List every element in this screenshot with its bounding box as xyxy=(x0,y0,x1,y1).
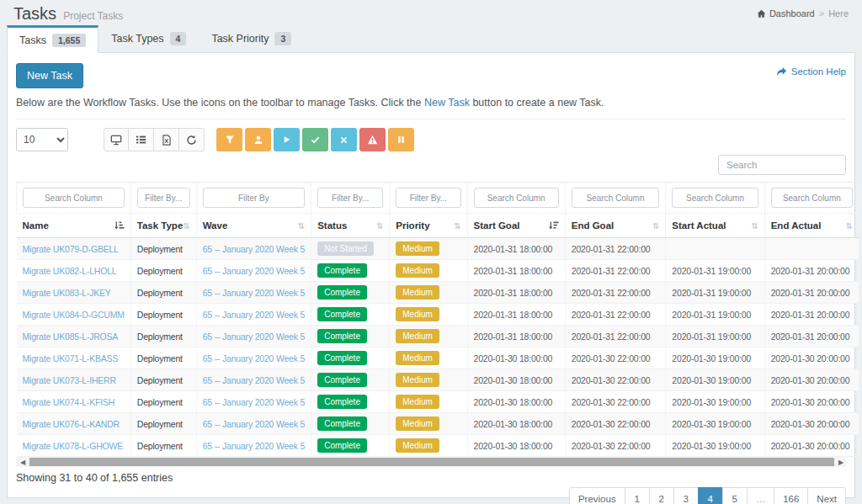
name-link[interactable]: Migrate UK074-L-KFISH xyxy=(23,397,115,407)
wave-link[interactable]: 65 -- January 2020 Week 5 xyxy=(203,375,305,385)
file-excel-button[interactable] xyxy=(154,128,179,151)
pause-action-button[interactable] xyxy=(388,128,414,151)
search-input[interactable] xyxy=(718,155,846,175)
table-row: Migrate UK079-D-GBELLDeployment65 -- Jan… xyxy=(17,238,859,260)
end-actual-cell xyxy=(764,238,859,260)
name-link[interactable]: Migrate UK083-L-JKEY xyxy=(23,288,111,298)
start-goal-cell: 2020-01-31 18:00:00 xyxy=(467,304,565,326)
breadcrumb-dashboard[interactable]: Dashboard xyxy=(757,8,815,19)
column-filter-input-name[interactable] xyxy=(23,188,125,208)
sort-icon: ⇅ xyxy=(751,221,758,231)
tab-count-badge: 1,655 xyxy=(52,34,86,47)
column-filter-input-end_actual[interactable] xyxy=(771,188,853,208)
close-action-button[interactable] xyxy=(331,128,357,151)
wave-link[interactable]: 65 -- January 2020 Week 5 xyxy=(203,332,305,342)
name-cell: Migrate UK082-L-LHOLL xyxy=(17,260,131,282)
column-header-end_actual[interactable]: End Actual⇅ xyxy=(764,214,859,238)
wave-link[interactable]: 65 -- January 2020 Week 5 xyxy=(203,266,305,276)
start-goal-cell: 2020-01-31 18:00:00 xyxy=(467,260,565,282)
section-help-link[interactable]: Section Help xyxy=(776,66,846,77)
column-filter-input-task_type[interactable] xyxy=(137,188,190,208)
scroll-right-icon[interactable]: ▶ xyxy=(836,457,846,467)
refresh-button[interactable] xyxy=(179,128,205,151)
column-filter-input-priority[interactable] xyxy=(396,188,460,208)
column-label: Name xyxy=(23,220,49,231)
pagination-page-1[interactable]: 1 xyxy=(625,487,650,504)
column-header-wave[interactable]: Wave⇅ xyxy=(196,214,311,238)
wave-link[interactable]: 65 -- January 2020 Week 5 xyxy=(203,288,305,298)
wave-cell: 65 -- January 2020 Week 5 xyxy=(196,413,311,435)
column-header-priority[interactable]: Priority⇅ xyxy=(390,214,467,238)
tab-tasks[interactable]: Tasks1,655 xyxy=(7,25,98,53)
column-filter-input-wave[interactable] xyxy=(203,188,305,208)
pagination-page-5[interactable]: 5 xyxy=(722,487,748,504)
column-filter-input-start_actual[interactable] xyxy=(672,188,758,208)
priority-badge: Medium xyxy=(396,329,439,343)
name-link[interactable]: Migrate UK085-L-JROSA xyxy=(23,332,119,342)
start-actual-cell: 2020-01-30 19:00:00 xyxy=(666,391,764,413)
column-header-name[interactable]: Name xyxy=(17,214,131,238)
new-task-button[interactable]: New Task xyxy=(16,63,83,88)
wave-cell: 65 -- January 2020 Week 5 xyxy=(196,435,311,457)
page-size-select[interactable]: 10 xyxy=(16,128,68,151)
wave-link[interactable]: 65 -- January 2020 Week 5 xyxy=(203,419,305,429)
status-badge: Complete xyxy=(317,395,367,409)
column-header-task_type[interactable]: Task Type⇅ xyxy=(130,214,196,238)
name-link[interactable]: Migrate UK084-D-GCUMM xyxy=(23,310,125,320)
new-task-inline-link[interactable]: New Task xyxy=(424,97,470,109)
end-actual-cell: 2020-01-30 20:00:00 xyxy=(764,369,859,391)
column-header-start_goal[interactable]: Start Goal xyxy=(467,214,565,238)
wave-link[interactable]: 65 -- January 2020 Week 5 xyxy=(203,441,305,451)
start-goal-cell: 2020-01-30 18:00:00 xyxy=(467,347,565,369)
tab-task-priority[interactable]: Task Priority3 xyxy=(199,25,304,52)
column-header-status[interactable]: Status⇅ xyxy=(311,214,390,238)
horizontal-scrollbar[interactable]: ◀ ▶ xyxy=(16,457,846,467)
column-filter-input-end_goal[interactable] xyxy=(572,188,660,208)
wave-link[interactable]: 65 -- January 2020 Week 5 xyxy=(203,397,305,407)
wave-link[interactable]: 65 -- January 2020 Week 5 xyxy=(203,353,305,363)
wave-link[interactable]: 65 -- January 2020 Week 5 xyxy=(203,310,305,320)
status-cell: Complete xyxy=(311,326,390,347)
pagination-page-2[interactable]: 2 xyxy=(649,487,674,504)
scrollbar-thumb[interactable] xyxy=(29,458,834,466)
scroll-left-icon[interactable]: ◀ xyxy=(18,457,28,467)
pagination-next[interactable]: Next xyxy=(807,487,846,504)
file-excel-icon xyxy=(162,135,172,146)
user-action-button[interactable] xyxy=(245,128,271,151)
end-actual-cell: 2020-01-30 20:00:00 xyxy=(764,347,859,369)
priority-cell: Medium xyxy=(390,238,467,260)
name-link[interactable]: Migrate UK071-L-KBASS xyxy=(23,353,119,363)
priority-cell: Medium xyxy=(390,413,467,435)
wave-cell: 65 -- January 2020 Week 5 xyxy=(196,347,311,369)
toolbar: 10 xyxy=(16,128,846,151)
name-link[interactable]: Migrate UK079-D-GBELL xyxy=(23,244,119,254)
column-header-start_actual[interactable]: Start Actual⇅ xyxy=(666,214,764,238)
pagination-previous[interactable]: Previous xyxy=(569,487,625,504)
play-action-button[interactable] xyxy=(274,128,300,151)
wave-link[interactable]: 65 -- January 2020 Week 5 xyxy=(203,244,305,254)
sort-icon: ⇅ xyxy=(298,221,305,231)
display-button[interactable] xyxy=(104,128,129,151)
name-link[interactable]: Migrate UK078-L-GHOWE xyxy=(23,441,124,451)
column-filter-input-status[interactable] xyxy=(317,188,383,208)
table-row: Migrate UK083-L-JKEYDeployment65 -- Janu… xyxy=(17,282,859,304)
check-action-button[interactable] xyxy=(302,128,328,151)
warning-action-button[interactable] xyxy=(359,128,386,151)
list-button[interactable] xyxy=(129,128,154,151)
task-type-cell: Deployment xyxy=(130,282,196,304)
status-cell: Complete xyxy=(311,413,390,435)
column-header-end_goal[interactable]: End Goal⇅ xyxy=(565,214,666,238)
pagination-page-4[interactable]: 4 xyxy=(698,487,723,504)
column-label: Start Actual xyxy=(672,220,726,231)
tab-task-types[interactable]: Task Types4 xyxy=(98,25,199,52)
pagination: Previous12345…166Next xyxy=(16,487,846,504)
wave-cell: 65 -- January 2020 Week 5 xyxy=(196,369,311,391)
name-link[interactable]: Migrate UK076-L-KANDR xyxy=(23,419,120,429)
pagination-page-166[interactable]: 166 xyxy=(774,487,808,504)
filter-action-button[interactable] xyxy=(216,128,242,151)
pagination-page-3[interactable]: 3 xyxy=(673,487,699,504)
name-link[interactable]: Migrate UK082-L-LHOLL xyxy=(23,266,117,276)
column-filter-input-start_goal[interactable] xyxy=(474,188,559,208)
name-link[interactable]: Migrate UK073-L-IHERR xyxy=(23,375,116,385)
start-actual-cell: 2020-01-31 19:00:00 xyxy=(666,326,764,347)
